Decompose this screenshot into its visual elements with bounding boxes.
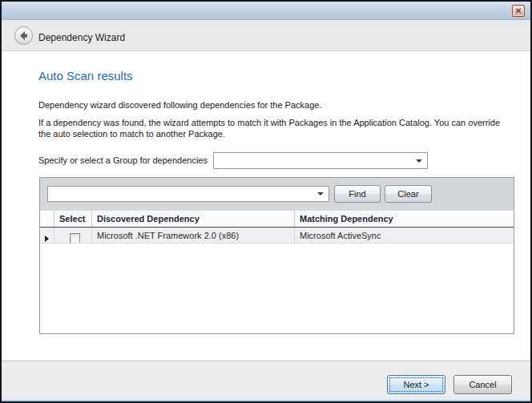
table-row[interactable]: Microsoft .NET Framework 2.0 (x86) Micro… [40, 228, 514, 244]
back-button[interactable] [14, 26, 33, 45]
description-line-1: Dependency wizard discovered following d… [38, 100, 321, 110]
title-bar: ✕ [2, 2, 530, 20]
chevron-down-icon [317, 192, 324, 195]
matching-dependency-cell: Microsoft ActiveSync [295, 228, 514, 243]
cancel-button[interactable]: Cancel [453, 375, 512, 394]
column-header-discovered[interactable]: Discovered Dependency [92, 211, 295, 227]
row-selector-cell [40, 228, 54, 243]
current-row-indicator-icon [45, 236, 49, 242]
group-combobox[interactable] [213, 152, 428, 169]
description-line-2: If a dependency was found, the wizard at… [38, 117, 510, 139]
row-gutter-header [40, 211, 54, 227]
select-cell [54, 228, 92, 243]
footer-bar: Next > Cancel [2, 361, 530, 400]
find-bar: Find Clear [40, 178, 514, 211]
dependencies-table: Select Discovered Dependency Matching De… [40, 211, 514, 333]
wizard-title: Dependency Wizard [38, 32, 125, 43]
dependency-wizard-window: ✕ Dependency Wizard Auto Scan results De… [0, 0, 532, 403]
column-header-select[interactable]: Select [54, 211, 92, 227]
find-button[interactable]: Find [334, 185, 381, 203]
page-title: Auto Scan results [38, 69, 133, 83]
group-select-label: Specify or select a Group for dependenci… [38, 155, 208, 165]
window-bottom-accent [2, 400, 530, 403]
column-header-matching[interactable]: Matching Dependency [295, 211, 514, 227]
chevron-down-icon [416, 159, 422, 163]
results-panel: Find Clear Select Discovered Dependency … [39, 177, 514, 334]
row-select-checkbox[interactable] [70, 233, 80, 243]
find-combobox[interactable] [47, 186, 329, 202]
close-button[interactable]: ✕ [512, 5, 525, 17]
table-header-row: Select Discovered Dependency Matching De… [40, 211, 514, 228]
clear-button[interactable]: Clear [385, 185, 432, 203]
close-icon: ✕ [515, 6, 522, 15]
wizard-header: Dependency Wizard [2, 20, 530, 51]
next-button[interactable]: Next > [387, 375, 445, 394]
discovered-dependency-cell: Microsoft .NET Framework 2.0 (x86) [92, 228, 295, 243]
back-arrow-icon [18, 30, 30, 42]
